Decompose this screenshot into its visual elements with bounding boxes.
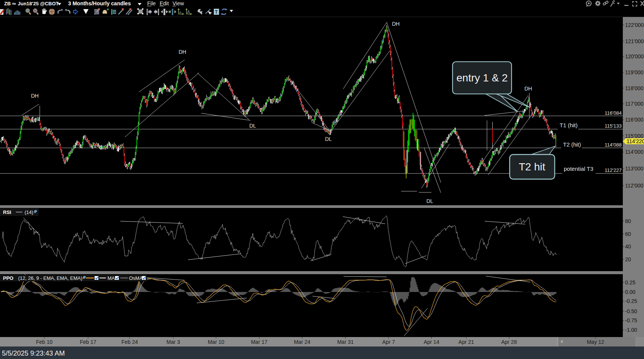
svg-text:119'000: 119'000 <box>625 69 644 75</box>
svg-text:ZB: ZB <box>4 1 11 6</box>
svg-text:114'000: 114'000 <box>625 149 644 155</box>
svg-text:0.25: 0.25 <box>625 279 635 286</box>
svg-text:122'000: 122'000 <box>625 22 644 28</box>
svg-text:3 Months/Hourly candles: 3 Months/Hourly candles <box>68 0 131 6</box>
svg-text:∞: ∞ <box>12 0 16 6</box>
svg-text:PPO: PPO <box>3 275 13 281</box>
svg-text:T2 (hit): T2 (hit) <box>563 141 581 148</box>
svg-text:Apr 7: Apr 7 <box>382 339 395 345</box>
svg-text:File: File <box>147 0 156 6</box>
svg-text:Apr 21: Apr 21 <box>459 339 474 345</box>
svg-text:112'227: 112'227 <box>605 167 622 173</box>
svg-text:5/5/2025 9:23:43 AM: 5/5/2025 9:23:43 AM <box>2 350 65 357</box>
svg-text:Mar 3: Mar 3 <box>166 339 180 345</box>
svg-text:116'084: 116'084 <box>605 110 622 116</box>
svg-text:A: A <box>179 11 182 14</box>
svg-text:MA: MA <box>107 275 115 281</box>
svg-text:115'133: 115'133 <box>605 123 622 129</box>
svg-text:0.00: 0.00 <box>625 289 635 295</box>
svg-text:T1 (hit): T1 (hit) <box>560 122 578 128</box>
svg-text:T2 hit: T2 hit <box>519 161 545 173</box>
svg-text:114'088: 114'088 <box>605 142 622 148</box>
svg-text:Mar 24: Mar 24 <box>294 339 311 345</box>
svg-text:114'220: 114'220 <box>627 138 644 144</box>
svg-text:(14): (14) <box>25 209 33 215</box>
svg-text:(12, 26, 9 - EMA, EMA, EMA): (12, 26, 9 - EMA, EMA, EMA) <box>18 275 82 281</box>
svg-text:View: View <box>173 0 184 6</box>
svg-text:entry 1 & 2: entry 1 & 2 <box>456 72 507 84</box>
svg-text:DH: DH <box>179 49 186 55</box>
svg-text:-0.50: -0.50 <box>625 308 637 314</box>
svg-text:40: 40 <box>625 243 631 250</box>
svg-text:Edit: Edit <box>160 0 169 6</box>
svg-text:113'000: 113'000 <box>625 165 644 172</box>
svg-text:RSI: RSI <box>3 209 11 215</box>
svg-text:120'000: 120'000 <box>625 53 644 59</box>
svg-text:Mar 10: Mar 10 <box>208 339 224 345</box>
svg-text:DL: DL <box>249 123 256 129</box>
svg-text:-0.25: -0.25 <box>625 298 637 304</box>
svg-text:Mar 31: Mar 31 <box>337 339 354 345</box>
svg-text:A: A <box>187 10 190 14</box>
svg-text:Feb 24: Feb 24 <box>121 339 138 345</box>
svg-text:118'000: 118'000 <box>625 85 644 91</box>
svg-text:121'000: 121'000 <box>625 38 644 44</box>
svg-text:May 12: May 12 <box>587 339 604 345</box>
svg-text:DL: DL <box>426 198 433 204</box>
svg-text:Mar 17: Mar 17 <box>251 339 268 345</box>
svg-text:116'000: 116'000 <box>625 117 644 123</box>
svg-text:-0.75: -0.75 <box>625 317 637 323</box>
svg-text:Feb 10: Feb 10 <box>36 339 53 345</box>
svg-text:-1.00: -1.00 <box>625 327 637 333</box>
svg-text:20: 20 <box>625 256 631 262</box>
svg-text:60: 60 <box>625 231 631 237</box>
svg-text:DH: DH <box>31 93 39 99</box>
svg-text:T: T <box>95 11 97 14</box>
svg-text:80: 80 <box>625 218 631 224</box>
svg-text:Apr 28: Apr 28 <box>501 339 517 345</box>
svg-text:Apr 14: Apr 14 <box>424 339 439 345</box>
svg-text:DL: DL <box>325 136 332 142</box>
svg-text:Feb 17: Feb 17 <box>80 339 96 345</box>
svg-text:T: T <box>215 9 218 15</box>
svg-text:Jun18'25 @CBOT: Jun18'25 @CBOT <box>18 1 59 6</box>
svg-text:112'000: 112'000 <box>625 183 644 189</box>
svg-text:potential T3: potential T3 <box>564 165 593 172</box>
svg-text:DH: DH <box>392 21 400 27</box>
svg-text:117'000: 117'000 <box>625 101 644 107</box>
svg-text:DH: DH <box>524 86 532 92</box>
svg-text:OsMA: OsMA <box>129 275 143 281</box>
